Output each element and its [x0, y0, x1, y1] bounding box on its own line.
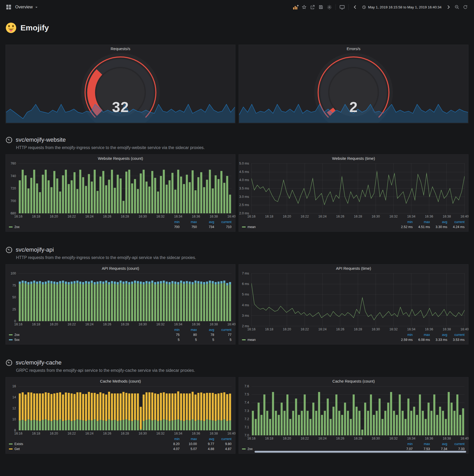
legend-scrollbar[interactable] [255, 451, 466, 453]
y-axis: 5.0 ms4.5 ms4.0 ms3.5 ms3.0 ms2.5 ms2.0 … [239, 163, 251, 213]
service-gauge-icon [6, 246, 13, 253]
legend: minmaxavgcurrent Exists 8.2010.009.779.8… [6, 437, 235, 453]
x-axis: 16:1616:1816:2016:2216:2416:2616:2816:30… [251, 435, 465, 442]
page-title: Emojify [20, 23, 49, 32]
panel-title[interactable]: Website Requests (time) [239, 155, 468, 162]
dashboard-header: Emojify [6, 20, 468, 36]
dashboard-title-dropdown[interactable]: Overview [15, 5, 33, 9]
chart-plot[interactable] [18, 273, 231, 321]
panel-cache-methods-count: Cache Methods (count) 161412108 16:1616:… [6, 377, 235, 454]
y-axis: 760740720700680 [6, 163, 18, 213]
gauge-body: 2 [239, 53, 468, 123]
divider [348, 4, 349, 10]
panel-cache-requests-count: Cache Requests (count) 7.67.57.47.37.27.… [239, 377, 468, 454]
panel-api-requests-time: API Requests (time) 7 ms6 ms5 ms4 ms3 ms… [239, 264, 468, 345]
y-axis: 7 ms6 ms5 ms4 ms3 ms2 ms [239, 273, 251, 326]
gauge-value: 32 [6, 99, 235, 115]
save-button[interactable] [317, 3, 325, 11]
time-range-label: May 1, 2019 16:15:58 to May 1, 2019 16:4… [368, 5, 441, 9]
share-icon [310, 5, 315, 9]
section-title[interactable]: svc/emojify-website [16, 136, 66, 143]
series-color-dash [242, 339, 246, 340]
time-forward-button[interactable] [445, 3, 453, 11]
panel-errors-per-second: Errors/s 2 [239, 45, 468, 123]
chart-plot[interactable] [251, 273, 465, 326]
settings-button[interactable] [325, 3, 333, 11]
refresh-icon [463, 5, 468, 9]
chart-plot[interactable] [18, 163, 231, 213]
legend-series-2xx[interactable]: 2xx 75807877 [9, 332, 231, 337]
section-title[interactable]: svc/emojify-api [16, 246, 54, 253]
section-title[interactable]: svc/emojify-cache [16, 359, 62, 366]
series-color-dash [242, 226, 246, 228]
series-color-dash [9, 226, 13, 228]
x-axis: 16:1616:1816:2016:2216:2416:2616:2816:30… [18, 321, 231, 327]
section-description: HTTP requests from the emojify-ingress s… [16, 255, 468, 260]
series-color-dash [9, 443, 13, 445]
cycle-view-button[interactable] [338, 3, 346, 11]
gauge-value: 2 [239, 99, 468, 115]
legend: minmaxavgcurrent 2xx 75807877 5xx 5555 [6, 327, 235, 344]
tongue-emoji-icon [6, 22, 17, 33]
x-axis: 16:1616:1816:2016:2216:2416:2616:2816:30… [251, 213, 465, 220]
add-panel-icon [293, 5, 299, 10]
chart-plot[interactable] [18, 386, 231, 430]
section-description: HTTP requests from the emojify-ingress s… [16, 145, 468, 150]
refresh-button[interactable] [461, 3, 469, 11]
panel-title[interactable]: Errors/s [239, 45, 468, 53]
x-axis: 16:1616:1816:2016:2216:2416:2616:2816:30… [18, 213, 231, 220]
clock-icon [362, 5, 366, 9]
panel-title[interactable]: Website Requests (count) [6, 155, 235, 162]
share-button[interactable] [309, 3, 316, 11]
chart-plot[interactable] [251, 386, 465, 435]
navbar: Overview May 1, 2019 16:15:58 to May 1, … [0, 0, 474, 14]
star-button[interactable] [300, 3, 308, 11]
time-range-picker[interactable]: May 1, 2019 16:15:58 to May 1, 2019 16:4… [359, 3, 444, 11]
gear-icon [327, 5, 332, 10]
panel-api-requests-count: API Requests (count) 1007550250 16:1616:… [6, 264, 235, 345]
divider [336, 4, 336, 10]
legend-series-2xx[interactable]: 2xx 700750734710 [9, 224, 231, 229]
service-gauge-icon [6, 359, 13, 366]
section-emojify-cache: svc/emojify-cache GRPC requests from the… [6, 358, 468, 373]
legend-series-exists[interactable]: Exists 8.2010.009.779.80 [9, 441, 231, 446]
panel-title[interactable]: Cache Methods (count) [6, 377, 235, 385]
series-color-dash [9, 339, 13, 340]
panel-website-requests-time: Website Requests (time) 5.0 ms4.5 ms4.0 … [239, 154, 468, 232]
panel-title[interactable]: Cache Requests (count) [239, 377, 468, 385]
service-gauge-icon [6, 136, 13, 144]
panel-title[interactable]: API Requests (count) [6, 265, 235, 272]
add-panel-button[interactable] [292, 3, 300, 11]
section-emojify-website: svc/emojify-website HTTP requests from t… [6, 135, 468, 150]
series-color-dash [9, 334, 13, 335]
dashboards-grid-icon[interactable] [5, 3, 13, 11]
save-icon [319, 5, 323, 9]
legend-series-get[interactable]: Get 4.075.074.884.87 [9, 446, 231, 451]
zoom-out-button[interactable] [453, 3, 461, 11]
chart-plot[interactable] [251, 163, 465, 213]
legend-series-5xx[interactable]: 5xx 5555 [9, 337, 231, 342]
time-back-button[interactable] [351, 3, 359, 11]
panel-requests-per-second: Requests/s 32 [6, 45, 235, 123]
chevron-right-icon [447, 5, 450, 9]
x-axis: 16:1616:1816:2016:2216:2416:2616:2816:30… [251, 326, 465, 332]
legend: minmaxavgcurrent mean 2.52 ms4.51 ms3.30… [239, 220, 468, 231]
y-axis: 1007550250 [6, 273, 18, 321]
star-icon [302, 5, 306, 9]
y-axis: 161412108 [6, 386, 18, 430]
series-color-dash [9, 448, 13, 449]
section-description: GRPC requests from the emojify-api servi… [16, 368, 468, 373]
series-color-dash [242, 448, 246, 449]
y-axis: 7.67.57.47.37.27.17.0 [239, 386, 251, 435]
panel-title[interactable]: API Requests (time) [239, 265, 468, 272]
zoom-out-icon [455, 5, 459, 9]
panel-title[interactable]: Requests/s [6, 45, 235, 53]
legend-series-mean[interactable]: mean 2.52 ms4.51 ms3.30 ms4.24 ms [242, 224, 465, 229]
legend-series-mean[interactable]: mean 2.59 ms6.08 ms3.33 ms3.53 ms [242, 337, 465, 342]
x-axis: 16:1616:1816:2016:2216:2416:2616:2816:30… [18, 430, 231, 437]
tv-monitor-icon [340, 5, 345, 10]
gauge-body: 32 [6, 53, 235, 123]
chevron-left-icon [354, 5, 356, 9]
chevron-down-icon [35, 7, 37, 9]
legend: minmaxavgcurrent 2xx 700750734710 [6, 220, 235, 231]
